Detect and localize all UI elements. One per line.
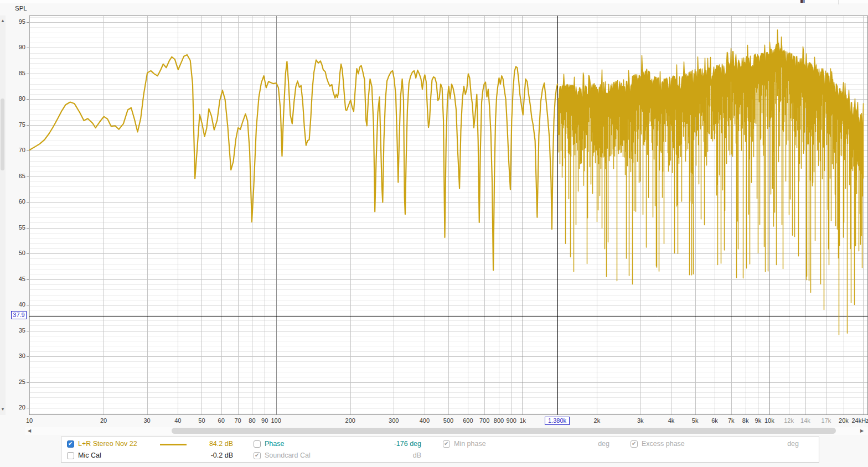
- excess-phase-checkbox[interactable]: [631, 440, 638, 448]
- x-tick-label: 700: [479, 417, 489, 424]
- x-tick-label: 400: [420, 417, 430, 424]
- min-phase-label[interactable]: Min phase: [454, 440, 486, 448]
- horizontal-scrollbar-thumb[interactable]: [172, 428, 836, 434]
- y-axis-title: SPL: [15, 5, 27, 12]
- y-tick-label: 40: [3, 301, 25, 308]
- x-tick-label: 60: [218, 417, 225, 424]
- legend-panel: L+R Stereo Nov 22 84.2 dB Mic Cal -0.2 d…: [61, 437, 819, 463]
- y-tick-mark: [27, 356, 29, 357]
- y-tick-label: 95: [3, 18, 25, 25]
- x-tick-label: 900: [507, 417, 516, 424]
- y-tick-label: 35: [3, 327, 25, 334]
- x-tick-label: 9k: [755, 417, 762, 424]
- cursor-spl-readout: 37.9: [11, 311, 27, 319]
- x-tick-label: 12k: [784, 417, 794, 424]
- mic-cal-checkbox[interactable]: [67, 452, 74, 459]
- rew-spl-chart-panel: SPL 95908580757065605550454035302520 102…: [0, 0, 868, 467]
- x-tick-label: 40: [174, 417, 181, 424]
- x-tick-label: 4k: [668, 417, 675, 424]
- cursor-frequency-readout: 1.380k: [545, 417, 570, 425]
- x-tick-label: 10: [26, 417, 33, 424]
- y-tick-label: 90: [3, 44, 25, 50]
- mic-cal-value: -0.2 dB: [189, 452, 233, 460]
- x-tick-label: 3k: [637, 417, 644, 424]
- measurement-trace-swatch: [160, 444, 187, 445]
- x-tick-label: 14k: [800, 417, 810, 424]
- excess-phase-label[interactable]: Excess phase: [642, 440, 685, 448]
- x-tick-label: 10k: [764, 417, 774, 424]
- y-tick-label: 60: [3, 198, 25, 205]
- min-phase-value: deg: [560, 440, 609, 448]
- horizontal-scrollbar[interactable]: ◀ ▶: [25, 427, 868, 435]
- x-tick-label: 600: [463, 417, 473, 424]
- y-tick-mark: [27, 151, 29, 151]
- x-tick-label: 17k: [822, 417, 831, 424]
- x-tick-label: 24kHz: [851, 417, 868, 424]
- y-tick-label: 80: [3, 95, 25, 102]
- toolbar-cutoff-strip: [0, 0, 868, 3]
- vertical-scrollbar-thumb[interactable]: [1, 98, 4, 170]
- x-tick-label: 500: [443, 417, 453, 424]
- y-tick-mark: [27, 279, 29, 280]
- x-tick-label: 7k: [728, 417, 735, 424]
- phase-label[interactable]: Phase: [265, 440, 284, 448]
- y-tick-mark: [27, 228, 29, 229]
- x-tick-label: 80: [249, 417, 255, 424]
- x-tick-label: 90: [261, 417, 268, 424]
- y-tick-label: 30: [3, 352, 25, 359]
- x-tick-label: 200: [345, 417, 355, 424]
- y-tick-mark: [27, 331, 29, 331]
- y-tick-mark: [27, 408, 29, 408]
- y-tick-mark: [27, 99, 29, 100]
- spl-frequency-plot[interactable]: [29, 15, 868, 415]
- x-tick-label: 70: [234, 417, 241, 424]
- toolbar-icon-fragment: [803, 0, 805, 3]
- y-tick-label: 65: [3, 173, 25, 179]
- soundcard-cal-checkbox[interactable]: [254, 452, 261, 459]
- x-tick-label: 8k: [742, 417, 749, 424]
- x-tick-label: 2k: [594, 417, 601, 424]
- soundcard-cal-label[interactable]: Soundcard Cal: [265, 452, 311, 460]
- x-tick-label: 20: [100, 417, 107, 424]
- min-phase-checkbox[interactable]: [443, 440, 450, 448]
- y-tick-label: 25: [3, 378, 25, 385]
- y-tick-label: 45: [3, 276, 25, 282]
- excess-phase-value: deg: [749, 440, 799, 448]
- soundcard-cal-value: dB: [371, 452, 421, 460]
- y-tick-mark: [27, 22, 29, 23]
- x-tick-label: 800: [494, 417, 504, 424]
- measurement-level-value: 84.2 dB: [189, 440, 233, 448]
- mic-cal-label[interactable]: Mic Cal: [78, 452, 101, 460]
- scroll-right-arrow-icon[interactable]: ▶: [860, 429, 864, 433]
- y-tick-mark: [27, 382, 29, 383]
- x-tick-label: 1k: [519, 417, 526, 424]
- measurement-checkbox[interactable]: [67, 440, 74, 448]
- scroll-left-arrow-icon[interactable]: ◀: [28, 429, 31, 433]
- y-tick-label: 50: [3, 250, 25, 256]
- y-tick-mark: [27, 125, 29, 126]
- y-tick-label: 85: [3, 70, 25, 76]
- scroll-up-arrow-icon[interactable]: ▲: [1, 19, 5, 23]
- y-tick-label: 20: [3, 404, 25, 411]
- y-tick-mark: [27, 202, 29, 203]
- y-tick-label: 70: [3, 147, 25, 153]
- y-tick-mark: [27, 177, 29, 177]
- scroll-down-arrow-icon[interactable]: ▼: [1, 407, 5, 412]
- y-tick-label: 75: [3, 121, 25, 128]
- y-tick-mark: [27, 48, 29, 48]
- y-tick-mark: [27, 253, 29, 254]
- x-tick-label: 30: [143, 417, 150, 424]
- y-tick-label: 55: [3, 224, 25, 231]
- y-tick-mark: [27, 74, 29, 74]
- phase-value: -176 deg: [371, 440, 421, 448]
- x-tick-label: 5k: [692, 417, 699, 424]
- x-tick-label: 50: [198, 417, 205, 424]
- x-tick-label: 6k: [711, 417, 718, 424]
- x-tick-label: 100: [271, 417, 281, 424]
- x-tick-label: 300: [389, 417, 399, 424]
- measurement-label[interactable]: L+R Stereo Nov 22: [78, 440, 137, 448]
- phase-checkbox[interactable]: [254, 440, 261, 448]
- vertical-scrollbar[interactable]: ▲ ▼: [0, 15, 6, 415]
- y-tick-mark: [27, 305, 29, 305]
- x-tick-label: 20k: [839, 417, 849, 424]
